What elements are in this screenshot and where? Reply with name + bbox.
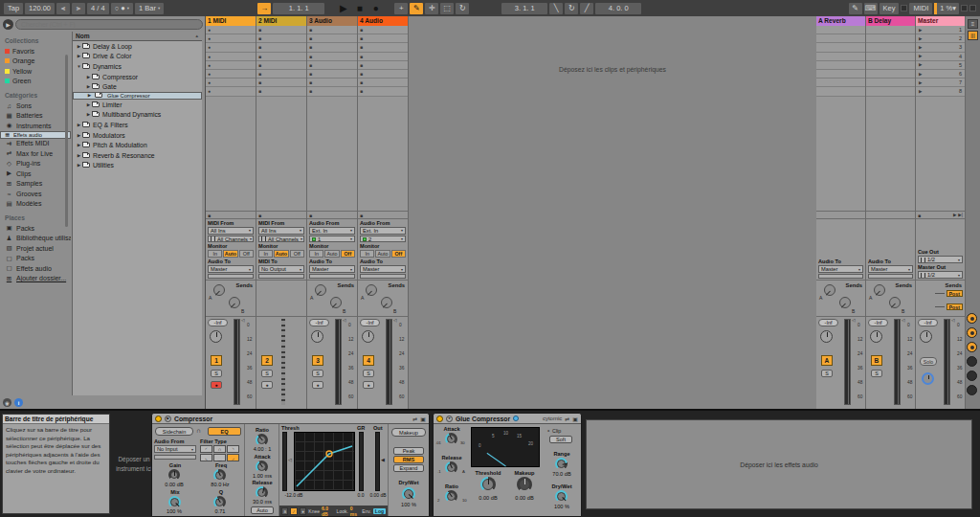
arm-button[interactable]: ●: [211, 381, 222, 389]
show-returns-toggle[interactable]: [967, 342, 977, 352]
drywet-knob[interactable]: [402, 487, 415, 501]
clip-slot[interactable]: [307, 61, 357, 70]
clip-slot[interactable]: [358, 53, 408, 61]
nudge-up-button[interactable]: ⫸: [72, 3, 85, 14]
mix-value[interactable]: 100 %: [160, 508, 189, 514]
sidebar-scrollbar[interactable]: [65, 55, 68, 227]
browser-list-item[interactable]: ▶ Drive & Color: [73, 52, 202, 62]
browser-list-item[interactable]: ▶ Reverb & Resonance: [73, 150, 202, 161]
output-select[interactable]: Master▾: [360, 265, 406, 273]
lookahead-value[interactable]: 0 ms: [350, 506, 360, 517]
track-header[interactable]: 2 MIDI: [256, 16, 306, 26]
category-item[interactable]: ▦ Batteries: [0, 111, 71, 122]
activity-view-button[interactable]: a: [281, 507, 288, 515]
track-header[interactable]: 4 Audio: [358, 16, 408, 26]
input-channel-select[interactable]: 2▾: [360, 236, 406, 243]
clip-slot[interactable]: [256, 43, 306, 52]
thresh-meter[interactable]: [282, 432, 287, 491]
gain-value[interactable]: 0.00 dB: [158, 482, 190, 487]
clip-slot[interactable]: [256, 87, 306, 96]
category-item[interactable]: ≈ Grooves: [0, 189, 71, 199]
solo-button[interactable]: S: [363, 370, 374, 377]
arm-button[interactable]: ●: [363, 381, 374, 389]
freq-knob[interactable]: [213, 469, 226, 482]
punch-out-button[interactable]: ╱: [580, 3, 593, 14]
solo-button[interactable]: S: [821, 370, 833, 377]
collection-item[interactable]: Green: [0, 77, 71, 87]
threshold-value[interactable]: 0.00 dB: [470, 495, 506, 501]
time-signature-field[interactable]: 4 / 4: [87, 3, 109, 14]
expand-arrow-icon[interactable]: ▶: [76, 123, 82, 127]
browser-list-item[interactable]: ▶ EQ & Filters: [73, 120, 202, 130]
attack-value[interactable]: 1.00 ms: [245, 473, 279, 479]
browser-collapse-icon[interactable]: ▶: [3, 19, 13, 30]
expand-arrow-icon[interactable]: ▶: [76, 54, 82, 58]
attack-knob[interactable]: [256, 461, 268, 473]
expand-arrow-icon[interactable]: ▼: [76, 64, 82, 69]
hot-swap-icon[interactable]: ⇄: [412, 416, 417, 422]
auto-release-button[interactable]: Auto: [251, 506, 274, 514]
send-b-knob[interactable]: [839, 297, 851, 308]
stop-all-clips-button[interactable]: ■: [918, 213, 921, 218]
glue-title-bar[interactable]: ▼ Glue Compressor cytomic ⇄ ▣: [434, 414, 581, 424]
filter-lowpass-button[interactable]: ◞: [227, 454, 239, 461]
clip-slot[interactable]: [307, 87, 357, 96]
info-icon[interactable]: i: [14, 398, 23, 407]
stop-all-clips-button[interactable]: ■: [256, 211, 306, 219]
range-knob[interactable]: [555, 458, 568, 470]
loop-start-field[interactable]: 3. 1. 1: [501, 3, 547, 14]
filter-bell-button[interactable]: ∩: [213, 445, 226, 453]
arm-button[interactable]: ●: [261, 381, 273, 389]
volume-field[interactable]: -Inf: [918, 319, 938, 326]
browser-list-item[interactable]: ▶ Compressor: [73, 72, 202, 82]
thresh-marker-icon[interactable]: ◁: [288, 457, 292, 462]
clip-slot[interactable]: [307, 53, 357, 61]
soft-clip-button[interactable]: Soft: [549, 436, 572, 443]
drywet-knob[interactable]: [555, 490, 568, 503]
clip-overview-toggle[interactable]: ≡: [968, 19, 978, 29]
send-b-knob[interactable]: [330, 297, 342, 308]
return-header[interactable]: B Delay: [866, 16, 915, 26]
save-preset-icon[interactable]: ▣: [420, 416, 426, 422]
knee-value[interactable]: 6.0 dB: [322, 506, 335, 517]
send-a-knob[interactable]: [874, 284, 885, 296]
expand-arrow-icon[interactable]: ▶: [76, 163, 82, 168]
place-item[interactable]: ▢ Effets audio: [0, 263, 71, 274]
makeup-value[interactable]: 0.00 dB: [506, 495, 543, 501]
thresh-value[interactable]: -12.0 dB: [279, 492, 308, 498]
send-b-knob[interactable]: [229, 297, 240, 308]
pan-knob[interactable]: [362, 330, 374, 343]
clip-slot[interactable]: [206, 87, 256, 96]
master-out-select[interactable]: 1/2▾: [918, 271, 963, 279]
category-item[interactable]: ⊞ Samples: [0, 179, 71, 190]
quantize-menu[interactable]: 1 Bar▾: [135, 3, 164, 14]
send-a-knob[interactable]: [315, 284, 326, 296]
hot-swap-icon[interactable]: ⇄: [565, 416, 569, 422]
peak-button[interactable]: Peak: [393, 447, 424, 455]
ratio-knob[interactable]: [445, 490, 457, 503]
expand-arrow-icon[interactable]: ▶: [85, 102, 92, 107]
filter-highcut-button[interactable]: ◝: [227, 445, 239, 453]
device-on-toggle[interactable]: [155, 416, 162, 422]
clip-slot[interactable]: [358, 70, 408, 79]
expand-arrow-icon[interactable]: ▶: [76, 143, 82, 147]
output-select[interactable]: Master▾: [868, 265, 913, 273]
return-header[interactable]: A Reverb: [816, 16, 865, 26]
clip-slot[interactable]: [358, 61, 408, 70]
ratio-knob[interactable]: [256, 434, 268, 446]
clip-slot[interactable]: [358, 34, 408, 43]
monitor-switch[interactable]: InAutoOff: [258, 250, 304, 258]
out-meter[interactable]: [375, 432, 380, 491]
env-mode-button[interactable]: Log: [373, 508, 386, 514]
sidechain-button[interactable]: Sidechain: [155, 427, 193, 436]
save-preset-icon[interactable]: ▣: [572, 416, 578, 422]
clip-slot[interactable]: [256, 61, 306, 70]
input-type-select[interactable]: All Ins▾: [258, 227, 304, 235]
send-a-knob[interactable]: [213, 284, 225, 296]
monitor-switch[interactable]: InAutoOff: [208, 250, 254, 258]
send-b-pre-post-toggle[interactable]: Post: [947, 303, 963, 310]
capture-midi-button[interactable]: ✛: [425, 3, 438, 14]
place-item[interactable]: ⊞ Ajouter dossier...: [0, 274, 71, 284]
track-activator-button[interactable]: 4: [363, 355, 374, 366]
compressor-title-bar[interactable]: ▶ Compressor ⇄ ▣: [152, 414, 429, 424]
